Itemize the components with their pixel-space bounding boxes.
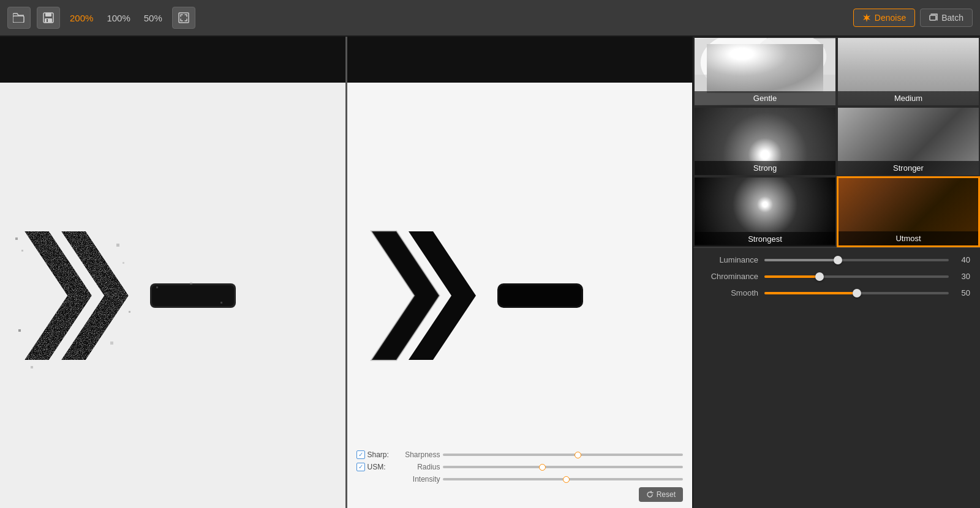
preset-strong[interactable]: Strong xyxy=(693,106,837,176)
usm-checkbox[interactable]: ✓ xyxy=(356,463,365,471)
svg-rect-40 xyxy=(844,121,862,163)
svg-rect-18 xyxy=(221,302,222,304)
svg-point-55 xyxy=(847,185,857,195)
svg-point-23 xyxy=(701,38,785,92)
svg-rect-60 xyxy=(948,212,957,223)
batch-label: Batch xyxy=(941,13,963,23)
preset-utmost-label: Utmost xyxy=(839,231,978,245)
reset-button[interactable]: Reset xyxy=(639,487,683,502)
before-pane xyxy=(0,37,345,508)
svg-rect-10 xyxy=(123,262,124,264)
preset-utmost[interactable]: Utmost xyxy=(837,176,980,247)
after-pane: ✓ Sharp: Sharpness ✓ USM xyxy=(345,37,693,508)
toolbar-right: Denoise Batch xyxy=(853,9,973,27)
before-pill xyxy=(147,277,239,314)
preset-medium[interactable]: Medium xyxy=(837,37,980,106)
svg-point-34 xyxy=(734,135,752,153)
svg-rect-29 xyxy=(931,45,973,99)
svg-rect-9 xyxy=(116,244,119,247)
svg-rect-14 xyxy=(31,366,33,368)
chrominance-row: Chrominance 30 xyxy=(703,272,970,281)
svg-point-24 xyxy=(755,38,826,81)
intensity-row: Intensity xyxy=(356,475,684,484)
main-content: ✓ Sharp: Sharpness ✓ USM xyxy=(0,37,980,508)
svg-rect-7 xyxy=(15,237,18,240)
usm-row: ✓ USM: Radius xyxy=(356,463,684,471)
sharp-row: ✓ Sharp: Sharpness xyxy=(356,450,684,459)
after-header-strip xyxy=(347,37,693,83)
svg-point-57 xyxy=(884,192,891,200)
sharpness-slider[interactable] xyxy=(443,454,684,456)
svg-point-50 xyxy=(792,192,802,201)
zoom-50-button[interactable]: 50% xyxy=(140,10,166,26)
preset-medium-label: Medium xyxy=(838,91,979,105)
svg-line-49 xyxy=(732,195,753,216)
after-image-area: ✓ Sharp: Sharpness ✓ USM xyxy=(347,83,693,508)
intensity-slider[interactable] xyxy=(443,478,684,480)
luminance-value: 40 xyxy=(949,255,970,264)
after-pill xyxy=(494,277,586,314)
preset-gentle[interactable]: Gentle xyxy=(693,37,837,106)
svg-rect-21 xyxy=(499,285,581,306)
zoom-100-button[interactable]: 100% xyxy=(103,10,134,26)
before-chevron xyxy=(12,219,135,372)
toolbar: 200% 100% 50% Denoise Batch xyxy=(0,0,980,37)
controls-overlay: ✓ Sharp: Sharpness ✓ USM xyxy=(350,447,690,502)
svg-rect-59 xyxy=(933,212,943,223)
sliders-section: Luminance 40 Chrominance 30 Smooth xyxy=(693,247,980,312)
denoise-button[interactable]: Denoise xyxy=(853,9,915,27)
luminance-slider[interactable] xyxy=(764,259,949,261)
fit-button[interactable] xyxy=(172,7,195,29)
svg-rect-17 xyxy=(156,286,158,288)
before-image-area xyxy=(0,83,345,508)
sharp-label: Sharp: xyxy=(368,450,395,459)
smooth-row: Smooth 50 xyxy=(703,288,970,297)
chrominance-label: Chrominance xyxy=(703,272,764,281)
chrominance-value: 30 xyxy=(949,272,970,281)
reset-label: Reset xyxy=(657,490,676,499)
svg-rect-41 xyxy=(868,127,883,163)
luminance-label: Luminance xyxy=(703,255,764,264)
svg-rect-35 xyxy=(695,148,835,151)
chrominance-slider[interactable] xyxy=(764,275,949,278)
after-chevron xyxy=(360,219,482,372)
image-panel: ✓ Sharp: Sharpness ✓ USM xyxy=(0,37,692,508)
smooth-label: Smooth xyxy=(703,288,764,297)
preset-strongest-label: Strongest xyxy=(695,232,835,246)
smooth-slider[interactable] xyxy=(764,292,949,294)
open-button[interactable] xyxy=(7,7,31,29)
svg-rect-13 xyxy=(129,311,130,313)
luminance-row: Luminance 40 xyxy=(703,255,970,264)
svg-rect-11 xyxy=(18,329,21,332)
svg-line-48 xyxy=(732,195,753,216)
svg-rect-12 xyxy=(110,342,113,345)
svg-rect-6 xyxy=(930,15,936,20)
sharp-checkbox[interactable]: ✓ xyxy=(356,450,365,459)
preset-stronger-label: Stronger xyxy=(838,161,979,175)
radius-label: Radius xyxy=(398,463,440,471)
svg-rect-0 xyxy=(13,16,24,23)
radius-slider[interactable] xyxy=(443,466,684,468)
svg-rect-43 xyxy=(928,127,952,163)
save-button[interactable] xyxy=(37,7,60,29)
zoom-200-button[interactable]: 200% xyxy=(66,10,97,26)
preset-strongest[interactable]: Strongest xyxy=(693,176,837,247)
svg-rect-42 xyxy=(886,114,898,162)
sharpness-label: Sharpness xyxy=(398,450,440,459)
svg-rect-5 xyxy=(179,13,189,23)
before-header-strip xyxy=(0,37,345,83)
usm-label: USM: xyxy=(368,463,395,471)
svg-rect-37 xyxy=(728,141,730,152)
preset-stronger[interactable]: Stronger xyxy=(837,106,980,176)
intensity-label: Intensity xyxy=(398,475,440,484)
svg-rect-3 xyxy=(45,18,52,23)
svg-rect-8 xyxy=(21,250,23,252)
preset-strong-label: Strong xyxy=(695,161,835,175)
preset-grid: Gentle Medium xyxy=(693,37,980,247)
batch-button[interactable]: Batch xyxy=(920,9,973,27)
svg-rect-19 xyxy=(190,282,192,285)
denoise-label: Denoise xyxy=(875,13,906,23)
smooth-value: 50 xyxy=(949,288,970,297)
svg-rect-2 xyxy=(45,13,51,17)
svg-rect-36 xyxy=(712,151,748,155)
